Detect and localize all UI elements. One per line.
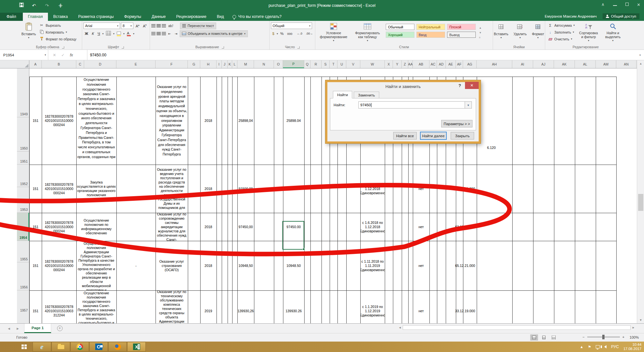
format-painter-button[interactable]: Формат по образцу <box>38 36 78 42</box>
vertical-scroll-thumb[interactable] <box>638 194 643 211</box>
speaker-icon[interactable] <box>604 345 607 348</box>
close-button[interactable]: × <box>637 2 640 8</box>
column-header-AB[interactable]: AB <box>413 60 429 68</box>
find-input[interactable]: 97450 ▾ <box>358 101 472 109</box>
cell-period[interactable]: с 1.6.2018 по 1.12.2018 (Единовременно) <box>360 213 385 241</box>
tray-expand-icon[interactable]: ▲ <box>580 345 583 349</box>
column-header-C[interactable]: C <box>76 60 84 68</box>
normal-view-icon[interactable] <box>530 334 538 341</box>
scroll-left-icon[interactable]: ◄ <box>398 326 401 329</box>
increase-indent-icon[interactable]: ⇥ <box>173 32 178 36</box>
horizontal-scroll-thumb[interactable] <box>403 325 631 330</box>
zoom-in-icon[interactable]: + <box>622 335 624 339</box>
column-header-P[interactable]: P <box>283 60 304 68</box>
column-header-V[interactable]: V <box>346 60 360 68</box>
zoom-slider[interactable] <box>587 337 620 337</box>
cell-okpd[interactable]: 69.20.21.000 <box>446 165 477 213</box>
taskbar-outlook[interactable]: O <box>89 342 108 352</box>
table-row[interactable]: 151 192783000207878 420100101510003 3122… <box>17 290 616 323</box>
clock[interactable]: 10:44 17.08.2017 <box>623 343 641 351</box>
autosum-button[interactable]: ΣАвтосумма ▾ <box>547 22 576 29</box>
language-indicator[interactable]: РУС <box>611 345 619 349</box>
table-row[interactable]: 151 182783000207878 420100101510000 0002… <box>17 241 616 290</box>
cell-service[interactable]: Оказание услуг по сопровождению системы … <box>156 213 188 241</box>
cell-style-good[interactable]: Хороший <box>386 32 414 38</box>
cell-flag[interactable]: нет <box>413 165 429 213</box>
cell-b[interactable]: 192783000207878 420100101510003 312244 <box>42 290 76 323</box>
network-icon[interactable] <box>596 345 600 348</box>
borders-icon[interactable] <box>105 31 112 37</box>
restore-button[interactable] <box>625 2 629 8</box>
scroll-right-icon[interactable]: ► <box>632 326 635 329</box>
table-row[interactable]: 151 182783000207878 420100101510000 0002… <box>17 77 616 165</box>
cell-period[interactable]: с 1.11.2018 по 1.11.2019 (Единовременно) <box>360 241 385 290</box>
cell-description[interactable]: Закупка осуществляется в целях организац… <box>76 165 116 213</box>
gallery-scroll-down-icon[interactable]: ▼ <box>479 31 482 34</box>
increase-font-icon[interactable]: A▴ <box>134 23 141 28</box>
tab-replace[interactable]: Заменить <box>354 92 379 98</box>
column-header-J[interactable]: J <box>222 60 228 68</box>
column-header-K[interactable]: K <box>228 60 232 68</box>
insert-function-icon[interactable]: fx <box>70 53 73 57</box>
align-right-icon[interactable] <box>162 32 166 35</box>
column-header-D[interactable]: D <box>84 60 116 68</box>
cell-sum-p[interactable]: 139930.26 <box>283 290 304 323</box>
column-header-O[interactable]: O <box>274 60 283 68</box>
cell-a[interactable]: 151 <box>29 241 42 290</box>
share-button[interactable]: Общий доступ <box>603 13 639 19</box>
column-header-G[interactable]: G <box>188 60 200 68</box>
column-header-AE[interactable]: AE <box>446 60 456 68</box>
column-header-S[interactable]: S <box>322 60 330 68</box>
clipboard-dialog-launcher-icon[interactable] <box>62 46 64 49</box>
cell-description[interactable]: Осуществление полномочия Администрации Г… <box>76 241 116 290</box>
number-dialog-launcher-icon[interactable] <box>297 46 300 49</box>
column-header-Z[interactable]: Z <box>402 60 408 68</box>
decrease-decimal-icon[interactable]: .00→ <box>305 32 314 36</box>
taskbar-firefox[interactable] <box>108 342 127 352</box>
gallery-scroll-up-icon[interactable]: ▲ <box>479 26 482 29</box>
column-header-H[interactable]: H <box>200 60 217 68</box>
paste-button[interactable]: Вставить▾ <box>20 22 38 43</box>
cut-button[interactable]: ✂Вырезать <box>38 22 78 29</box>
font-dialog-launcher-icon[interactable] <box>122 46 124 49</box>
zoom-out-icon[interactable]: − <box>582 335 584 339</box>
column-header-M[interactable]: M <box>237 60 254 68</box>
column-header-L[interactable]: L <box>232 60 237 68</box>
font-size-select[interactable]: 8▾ <box>121 22 133 29</box>
cell-year[interactable]: 2018 <box>200 241 217 290</box>
align-center-icon[interactable] <box>157 32 161 35</box>
start-button[interactable] <box>17 342 31 352</box>
cell-b[interactable]: 182783000207878 420100101510000 000244 <box>42 241 76 290</box>
accounting-format-icon[interactable]: $ <box>271 31 276 36</box>
tab-find[interactable]: Найти <box>333 91 352 98</box>
percent-style-icon[interactable]: % <box>279 31 285 36</box>
dialog-help-icon[interactable]: ? <box>458 83 461 88</box>
cell-flag[interactable]: нет <box>413 213 429 241</box>
cell-service[interactable]: Оказание услуг по техническому обслужива… <box>156 290 188 323</box>
column-header-AK[interactable]: AK <box>554 60 575 68</box>
action-center-flag-icon[interactable]: ⚑ <box>588 345 591 349</box>
bold-button[interactable]: Ж <box>83 31 89 36</box>
cell-sum-p[interactable]: 25898.04 <box>283 77 304 165</box>
table-row-selected[interactable]: 151 182783000207878 420100101510000 0002… <box>17 213 616 241</box>
gallery-more-icon[interactable]: ≡ <box>479 36 482 39</box>
increase-decimal-icon[interactable]: ←.0 <box>296 32 304 36</box>
table-row[interactable]: 151 182783000207878 420100101510000 0002… <box>17 165 616 213</box>
scroll-down-icon[interactable]: ▼ <box>637 317 644 323</box>
find-next-button[interactable]: Найти далее <box>420 132 447 140</box>
new-sheet-icon[interactable]: + <box>57 326 63 331</box>
taskbar-explorer[interactable] <box>52 342 70 352</box>
name-box-dropdown-icon[interactable]: ▾ <box>45 53 46 56</box>
cell-year[interactable]: 2019 <box>200 290 217 323</box>
cell-a[interactable]: 151 <box>29 290 42 323</box>
zoom-level[interactable]: 100% <box>630 335 639 339</box>
name-box[interactable]: P1954▾ <box>0 50 48 60</box>
cell-year[interactable]: 2018 <box>200 165 217 213</box>
orientation-icon[interactable]: ab⤴ <box>167 24 175 28</box>
clear-button[interactable]: Очистить ▾ <box>547 36 576 42</box>
tab-insert[interactable]: Вставка <box>48 13 73 21</box>
comma-style-icon[interactable]: 000 <box>286 32 294 36</box>
find-all-button[interactable]: Найти все <box>393 132 417 139</box>
cell-flag[interactable]: нет <box>413 290 429 323</box>
find-select-button[interactable]: Найти и выделить▾ <box>601 22 625 43</box>
